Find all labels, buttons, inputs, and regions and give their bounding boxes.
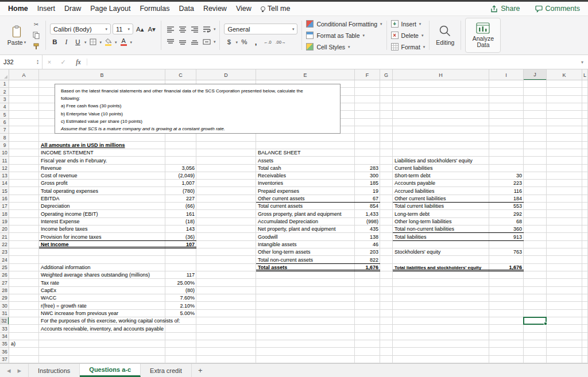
align-right-button[interactable] [189, 24, 200, 34]
cell-C13[interactable]: (2,049) [165, 172, 196, 180]
row-header-37[interactable]: 37 [0, 356, 9, 363]
row-header-8[interactable]: 8 [0, 134, 9, 142]
cell-F17[interactable]: 854 [355, 203, 380, 210]
column-header-C[interactable]: C [165, 69, 196, 80]
cell-B17[interactable]: Depreciation [39, 203, 165, 210]
column-header-I[interactable]: I [489, 69, 524, 80]
cell-H21[interactable]: Total liabilities [393, 233, 489, 241]
row-header-30[interactable]: 30 [0, 302, 9, 310]
row-header-23[interactable]: 23 [0, 248, 9, 256]
share-button[interactable]: Share [490, 5, 520, 13]
row-header-17[interactable]: 17 [0, 203, 9, 210]
borders-button[interactable] [88, 37, 98, 47]
menu-item-review[interactable]: Review [203, 5, 227, 13]
cell-B22[interactable]: Net Income [39, 241, 165, 248]
cell-B25[interactable]: Additional information [39, 264, 165, 271]
cell-F15[interactable]: 19 [355, 187, 380, 195]
menu-item-view[interactable]: View [236, 5, 252, 13]
cell-styles-button[interactable]: Cell Styles ▾ [306, 42, 382, 52]
row-header-32[interactable]: 32 [0, 317, 9, 325]
menu-item-tell-me[interactable]: Tell me [261, 5, 291, 13]
cell-F19[interactable]: (998) [355, 218, 380, 226]
sheet-tab-instructions[interactable]: Instructions [28, 364, 80, 377]
cell-I19[interactable]: 68 [489, 218, 524, 226]
row-header-16[interactable]: 16 [0, 195, 9, 203]
cell-E22[interactable]: Intangible assets [256, 241, 355, 248]
align-top-button[interactable] [165, 37, 176, 47]
row-header-6[interactable]: 6 [0, 119, 9, 126]
cell-C19[interactable]: (18) [165, 218, 196, 226]
cell-I15[interactable]: 116 [489, 187, 524, 195]
fill-color-button[interactable] [103, 37, 113, 47]
row-header-26[interactable]: 26 [0, 271, 9, 279]
cell-C28[interactable]: (80) [165, 287, 196, 294]
cell-E10[interactable]: BALANCE SHEET [256, 149, 355, 157]
cell-E20[interactable]: Net property, plant and equipment [256, 226, 355, 233]
cell-E15[interactable]: Prepaid expenses [256, 187, 355, 195]
sheet-grid[interactable]: Based on the latest financial statements… [9, 80, 588, 363]
analyze-data-button[interactable]: Analyze Data [465, 18, 501, 53]
cell-E24[interactable]: Total non-current assets [256, 256, 355, 264]
row-header-24[interactable]: 24 [0, 256, 9, 264]
increase-decimal-button[interactable]: ←.0 [262, 37, 273, 47]
cell-I13[interactable]: 30 [489, 172, 524, 180]
cell-C18[interactable]: 161 [165, 210, 196, 218]
cell-F18[interactable]: 1,433 [355, 210, 380, 218]
row-header-19[interactable]: 19 [0, 218, 9, 226]
cell-H14[interactable]: Accounts payable [393, 180, 489, 187]
cell-F14[interactable]: 185 [355, 180, 380, 187]
decrease-decimal-button[interactable]: .00→ [274, 37, 287, 47]
cell-H15[interactable]: Accrued liabilities [393, 187, 489, 195]
cell-B11[interactable]: Fiscal year ends in February. [39, 157, 165, 165]
next-sheet-button[interactable]: ▶ [18, 368, 22, 374]
select-all-corner[interactable] [0, 69, 9, 80]
menu-item-draw[interactable]: Draw [64, 5, 81, 13]
cell-F22[interactable]: 46 [355, 241, 380, 248]
cell-C29[interactable]: 7.60% [165, 294, 196, 302]
cell-H25[interactable]: Total liabilities and stockholders' equi… [393, 264, 489, 271]
percent-format-button[interactable]: % [239, 37, 249, 47]
cell-E11[interactable]: Assets [256, 157, 355, 165]
column-header-J[interactable]: J [524, 69, 547, 80]
cell-H13[interactable]: Short-term debt [393, 172, 489, 180]
row-header-10[interactable]: 10 [0, 149, 9, 157]
cell-B18[interactable]: Operating income (EBIT) [39, 210, 165, 218]
row-header-31[interactable]: 31 [0, 310, 9, 317]
row-header-4[interactable]: 4 [0, 103, 9, 111]
cell-C30[interactable]: 2.10% [165, 302, 196, 310]
format-cells-button[interactable]: Format ▾ [391, 42, 425, 52]
decrease-font-size-button[interactable]: A▾ [146, 24, 156, 34]
column-header-L[interactable]: L [582, 69, 588, 80]
cell-B29[interactable]: WACC [39, 294, 165, 302]
cell-C20[interactable]: 143 [165, 226, 196, 233]
cell-C16[interactable]: 227 [165, 195, 196, 203]
font-name-select[interactable]: Calibri (Body)▾ [50, 24, 111, 34]
cell-I21[interactable]: 913 [489, 233, 524, 241]
cut-button[interactable]: ✂ [31, 20, 41, 29]
name-box-stepper[interactable]: ▴▾ [37, 59, 38, 65]
row-header-35[interactable]: 35 [0, 340, 9, 348]
cell-F25[interactable]: 1,676 [355, 264, 380, 271]
cell-C27[interactable]: 25.00% [165, 279, 196, 287]
add-sheet-button[interactable]: + [192, 364, 209, 377]
number-format-select[interactable]: General▾ [224, 24, 297, 34]
cell-E13[interactable]: Receivables [256, 172, 355, 180]
column-header-E[interactable]: E [256, 69, 355, 80]
row-header-15[interactable]: 15 [0, 187, 9, 195]
cell-I18[interactable]: 292 [489, 210, 524, 218]
row-header-2[interactable]: 2 [0, 88, 9, 96]
cell-I25[interactable]: 1,676 [489, 264, 524, 271]
insert-function-button[interactable]: fx [70, 59, 87, 65]
currency-format-button[interactable]: $ [224, 37, 234, 47]
instructions-textbox[interactable]: Based on the latest financial statements… [55, 84, 341, 134]
align-bottom-button[interactable] [189, 37, 200, 47]
italic-button[interactable]: I [61, 37, 71, 47]
formula-bar-expand-button[interactable]: ▾ [577, 60, 588, 65]
cell-E14[interactable]: Inventories [256, 180, 355, 187]
row-header-29[interactable]: 29 [0, 294, 9, 302]
cell-C15[interactable]: (780) [165, 187, 196, 195]
cell-B12[interactable]: Revenue [39, 165, 165, 172]
formula-input[interactable] [87, 55, 577, 69]
cell-F23[interactable]: 203 [355, 248, 380, 256]
previous-sheet-button[interactable]: ◀ [7, 368, 11, 374]
